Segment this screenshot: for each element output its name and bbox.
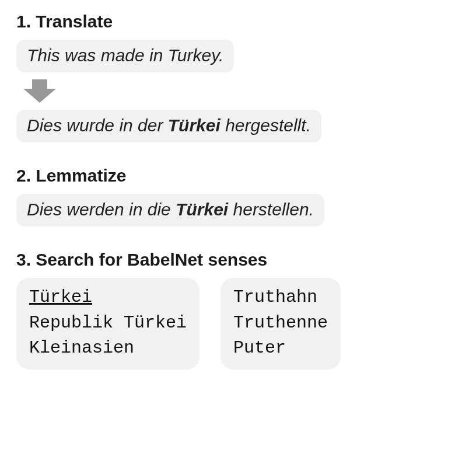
sense-item: Kleinasien: [29, 336, 187, 361]
lemmatized-emph: Türkei: [176, 200, 228, 219]
target-sentence-emph: Türkei: [168, 116, 220, 135]
arrow-down-icon: [22, 78, 57, 104]
sense-group-a: Türkei Republik Türkei Kleinasien: [16, 278, 200, 370]
lemmatized-prefix: Dies werden in die: [27, 200, 176, 219]
section-senses: 3. Search for BabelNet senses Türkei Rep…: [16, 250, 460, 370]
target-sentence-suffix: hergestellt.: [220, 116, 311, 135]
lemmatized-sentence-box: Dies werden in die Türkei herstellen.: [16, 194, 324, 226]
section-lemmatize: 2. Lemmatize Dies werden in die Türkei h…: [16, 166, 460, 226]
page-root: 1. Translate This was made in Turkey. Di…: [0, 0, 476, 381]
heading-senses: 3. Search for BabelNet senses: [16, 250, 460, 270]
sense-item: Truthahn: [233, 285, 328, 311]
heading-lemmatize: 2. Lemmatize: [16, 166, 460, 186]
target-sentence-box: Dies wurde in der Türkei hergestellt.: [16, 110, 321, 142]
heading-translate: 1. Translate: [16, 12, 460, 32]
target-sentence-prefix: Dies wurde in der: [27, 116, 168, 135]
sense-item: Puter: [233, 336, 328, 361]
source-sentence-box: This was made in Turkey.: [16, 40, 234, 72]
sense-group-b: Truthahn Truthenne Puter: [220, 278, 341, 370]
lemmatized-suffix: herstellen.: [228, 200, 314, 219]
svg-marker-0: [23, 79, 56, 103]
sense-item: Türkei: [29, 285, 187, 311]
sense-item: Republik Türkei: [29, 311, 187, 336]
source-sentence-text: This was made in Turkey.: [27, 46, 223, 65]
section-translate: 1. Translate This was made in Turkey. Di…: [16, 12, 460, 142]
senses-row: Türkei Republik Türkei Kleinasien Trutha…: [16, 278, 460, 370]
arrow-wrap: [22, 78, 460, 104]
sense-item: Truthenne: [233, 311, 328, 336]
